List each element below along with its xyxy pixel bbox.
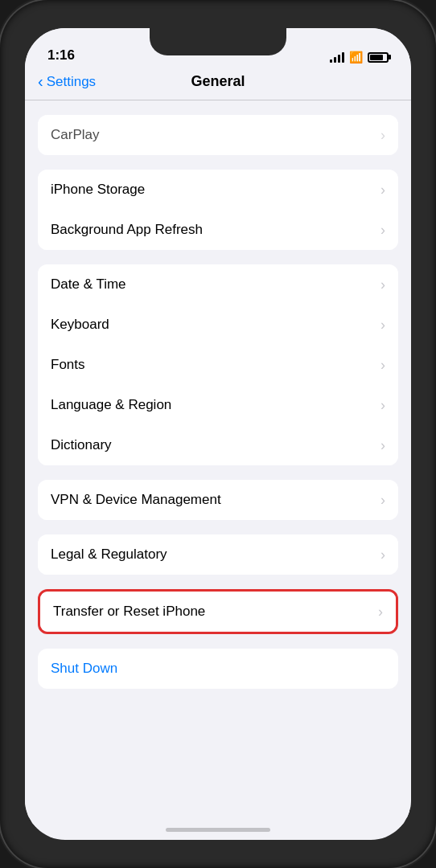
legal-regulatory-item[interactable]: Legal & Regulatory › bbox=[38, 534, 398, 575]
transfer-reset-highlighted: Transfer or Reset iPhone › bbox=[38, 589, 398, 634]
background-app-refresh-label: Background App Refresh bbox=[51, 222, 203, 238]
carplay-group: CarPlay › bbox=[38, 115, 398, 155]
datetime-group-section: Date & Time › Keyboard › Fonts › Languag… bbox=[38, 264, 398, 465]
legal-regulatory-label: Legal & Regulatory bbox=[51, 547, 167, 563]
dictionary-chevron-icon: › bbox=[380, 437, 385, 454]
battery-icon bbox=[368, 52, 389, 63]
carplay-label: CarPlay bbox=[51, 127, 99, 143]
status-icons: 📶 bbox=[330, 51, 389, 63]
home-indicator bbox=[166, 828, 270, 832]
language-region-label: Language & Region bbox=[51, 397, 171, 413]
vpn-group-section: VPN & Device Management › bbox=[38, 480, 398, 520]
date-time-item[interactable]: Date & Time › bbox=[38, 264, 398, 305]
back-chevron-icon: ‹ bbox=[38, 73, 43, 89]
date-time-chevron-icon: › bbox=[380, 276, 385, 293]
signal-icon bbox=[330, 51, 344, 63]
scroll-content[interactable]: CarPlay › iPhone Storage › Background Ap… bbox=[25, 100, 411, 827]
vpn-device-management-label: VPN & Device Management bbox=[51, 492, 221, 508]
carplay-section: CarPlay › bbox=[38, 115, 398, 155]
fonts-chevron-icon: › bbox=[380, 357, 385, 374]
background-app-refresh-item[interactable]: Background App Refresh › bbox=[38, 210, 398, 250]
vpn-chevron-icon: › bbox=[380, 492, 385, 509]
transfer-reset-chevron-icon: › bbox=[378, 604, 383, 620]
language-region-item[interactable]: Language & Region › bbox=[38, 385, 398, 425]
shutdown-label: Shut Down bbox=[51, 661, 117, 677]
carplay-chevron-icon: › bbox=[380, 127, 385, 144]
transfer-reset-section: Transfer or Reset iPhone › bbox=[25, 589, 411, 634]
legal-group-section: Legal & Regulatory › bbox=[38, 534, 398, 575]
nav-bar: ‹ Settings General bbox=[25, 68, 411, 100]
back-label: Settings bbox=[47, 74, 96, 90]
datetime-group: Date & Time › Keyboard › Fonts › Languag… bbox=[38, 264, 398, 465]
back-button[interactable]: ‹ Settings bbox=[38, 74, 96, 90]
language-region-chevron-icon: › bbox=[380, 397, 385, 414]
legal-group: Legal & Regulatory › bbox=[38, 534, 398, 575]
iphone-storage-item[interactable]: iPhone Storage › bbox=[38, 170, 398, 210]
notch bbox=[150, 28, 286, 55]
keyboard-label: Keyboard bbox=[51, 317, 109, 333]
shutdown-section: Shut Down bbox=[38, 649, 398, 689]
vpn-device-management-item[interactable]: VPN & Device Management › bbox=[38, 480, 398, 520]
phone-screen: 1:16 📶 ‹ Settings General bbox=[25, 28, 411, 840]
carplay-item[interactable]: CarPlay › bbox=[38, 115, 398, 155]
storage-group-section: iPhone Storage › Background App Refresh … bbox=[38, 170, 398, 250]
shutdown-item[interactable]: Shut Down bbox=[38, 649, 398, 689]
vpn-group: VPN & Device Management › bbox=[38, 480, 398, 520]
fonts-label: Fonts bbox=[51, 357, 85, 373]
fonts-item[interactable]: Fonts › bbox=[38, 345, 398, 385]
date-time-label: Date & Time bbox=[51, 276, 126, 293]
keyboard-item[interactable]: Keyboard › bbox=[38, 305, 398, 345]
transfer-reset-item[interactable]: Transfer or Reset iPhone › bbox=[40, 592, 396, 632]
dictionary-item[interactable]: Dictionary › bbox=[38, 425, 398, 465]
storage-group: iPhone Storage › Background App Refresh … bbox=[38, 170, 398, 250]
legal-chevron-icon: › bbox=[380, 547, 385, 563]
iphone-storage-chevron-icon: › bbox=[380, 182, 385, 199]
background-app-refresh-chevron-icon: › bbox=[380, 222, 385, 239]
transfer-reset-label: Transfer or Reset iPhone bbox=[53, 604, 205, 620]
iphone-storage-label: iPhone Storage bbox=[51, 182, 145, 198]
page-title: General bbox=[191, 73, 245, 90]
wifi-icon: 📶 bbox=[349, 51, 363, 63]
dictionary-label: Dictionary bbox=[51, 437, 112, 453]
status-time: 1:16 bbox=[47, 47, 75, 63]
phone-frame: 1:16 📶 ‹ Settings General bbox=[0, 0, 436, 868]
keyboard-chevron-icon: › bbox=[380, 317, 385, 334]
